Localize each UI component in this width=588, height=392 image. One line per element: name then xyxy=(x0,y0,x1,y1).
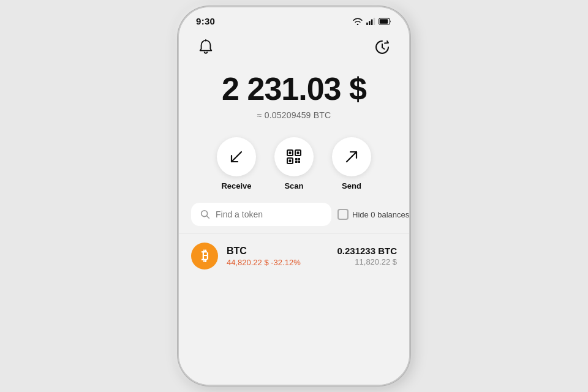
token-list: ₿ BTC 44,820.22 $ -32.12% 0.231233 BTC 1… xyxy=(179,231,409,385)
search-section: Hide 0 balances xyxy=(179,198,409,231)
wifi-icon xyxy=(353,18,363,25)
svg-rect-0 xyxy=(366,22,368,24)
balance-section: 2 231.03 $ ≈ 0.05209459 BTC xyxy=(179,62,409,125)
top-actions xyxy=(179,30,409,62)
scan-label: Scan xyxy=(284,181,303,190)
hide-balances-checkbox xyxy=(337,209,349,220)
svg-rect-12 xyxy=(297,152,300,154)
btc-logo: ₿ xyxy=(191,243,218,270)
token-values-btc: 0.231233 BTC 11,820.22 $ xyxy=(337,246,397,266)
svg-rect-17 xyxy=(298,161,301,164)
svg-rect-1 xyxy=(369,21,371,25)
svg-rect-15 xyxy=(298,158,301,160)
signal-icon xyxy=(366,18,375,25)
receive-label: Receive xyxy=(221,181,251,190)
svg-rect-3 xyxy=(374,18,375,25)
battery-icon xyxy=(379,18,392,25)
send-button-group[interactable]: Send xyxy=(332,137,371,190)
token-item-btc[interactable]: ₿ BTC 44,820.22 $ -32.12% 0.231233 BTC 1… xyxy=(179,233,409,278)
balance-btc: ≈ 0.05209459 BTC xyxy=(257,110,331,120)
btc-symbol: ₿ xyxy=(202,249,208,263)
bell-icon xyxy=(198,39,214,55)
send-label: Send xyxy=(342,181,361,190)
token-amount-btc: 0.231233 BTC xyxy=(337,246,397,256)
token-name-btc: BTC xyxy=(227,246,328,257)
svg-line-20 xyxy=(206,216,209,218)
scan-icon xyxy=(285,148,303,165)
svg-rect-16 xyxy=(295,161,298,164)
screen: 9:30 xyxy=(179,7,409,385)
search-input[interactable] xyxy=(216,209,323,219)
scan-circle xyxy=(274,137,314,176)
receive-icon xyxy=(228,148,245,165)
svg-line-18 xyxy=(347,152,356,162)
receive-button-group[interactable]: Receive xyxy=(217,137,256,190)
phone-wrapper: 9:30 xyxy=(178,6,410,386)
notification-button[interactable] xyxy=(194,35,218,59)
action-buttons: Receive xyxy=(179,125,409,198)
send-icon xyxy=(343,148,360,165)
svg-line-7 xyxy=(232,152,241,162)
search-bar xyxy=(191,203,331,226)
token-change-btc: 44,820.22 $ -32.12% xyxy=(227,258,328,267)
search-icon xyxy=(200,209,211,220)
svg-rect-5 xyxy=(380,19,388,24)
svg-rect-11 xyxy=(289,152,292,154)
send-circle xyxy=(332,137,371,176)
receive-circle xyxy=(217,137,256,176)
status-bar: 9:30 xyxy=(179,7,409,30)
token-info-btc: BTC 44,820.22 $ -32.12% xyxy=(227,246,328,267)
svg-rect-13 xyxy=(289,160,292,162)
history-button[interactable] xyxy=(370,35,394,59)
svg-rect-14 xyxy=(295,158,298,160)
phone-shell: 9:30 xyxy=(178,6,410,386)
balance-amount: 2 231.03 $ xyxy=(222,72,366,107)
hide-balances-toggle[interactable]: Hide 0 balances xyxy=(337,209,409,220)
scan-button-group[interactable]: Scan xyxy=(274,137,314,190)
status-icons xyxy=(353,18,392,25)
svg-rect-2 xyxy=(371,19,373,24)
token-usd-btc: 11,820.22 $ xyxy=(337,257,397,266)
status-time: 9:30 xyxy=(196,16,215,26)
history-icon xyxy=(374,39,390,55)
hide-balances-label: Hide 0 balances xyxy=(352,210,409,219)
